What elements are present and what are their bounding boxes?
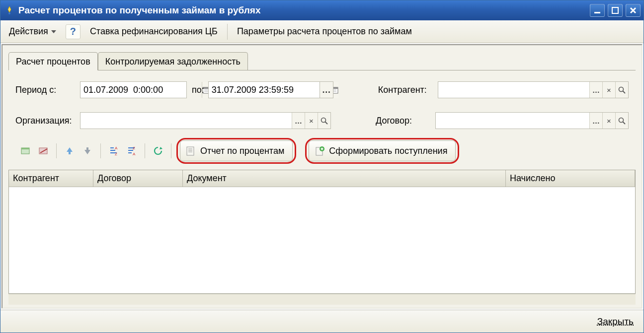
contract-field[interactable]: … × [435,112,629,129]
svg-rect-21 [21,148,29,149]
grid-body[interactable] [9,187,635,293]
generate-receipts-label: Сформировать поступления [329,146,447,156]
select-button[interactable]: … [589,113,602,129]
move-up-icon[interactable] [62,143,78,159]
grid-header: Контрагент Договор Документ Начислено [9,170,635,187]
col-counterparty[interactable]: Контрагент [9,170,93,187]
generate-receipts-button[interactable]: Сформировать поступления [309,140,456,161]
close-link[interactable]: Закрыть [597,316,634,327]
svg-line-17 [325,122,328,124]
org-label: Организация: [15,116,80,126]
org-field[interactable]: … × [80,112,331,129]
window-title: Расчет процентов по полученным займам в … [18,5,590,16]
sort-asc-icon[interactable]: AZ [106,143,122,159]
clear-button[interactable]: × [602,82,615,98]
actions-dropdown[interactable]: Действия [4,24,61,39]
content-area: Расчет процентов Контролируемая задолжен… [1,44,643,309]
app-icon [4,5,14,15]
generate-highlight: Сформировать поступления [305,138,459,164]
tab-bar: Расчет процентов Контролируемая задолжен… [8,52,636,70]
app-window: Расчет процентов по полученным займам в … [0,0,644,333]
tab-controlled[interactable]: Контролируемая задолженность [98,52,248,70]
grid-wrap: Контрагент Договор Документ Начислено [8,170,636,294]
calc-params-button[interactable]: Параметры расчета процентов по займам [233,24,416,39]
svg-point-1 [8,12,10,14]
period-to-label: по: [192,85,204,95]
svg-rect-37 [187,147,194,155]
open-button[interactable] [318,113,330,129]
separator [56,143,57,158]
svg-text:Z: Z [133,146,135,150]
counterparty-field[interactable]: … × [438,81,629,98]
main-toolbar: Действия ? Ставка рефинансирования ЦБ Па… [0,20,644,43]
svg-rect-25 [86,147,88,150]
close-button[interactable] [626,4,641,17]
period-more-button[interactable]: … [320,81,333,98]
period-from-input[interactable] [80,82,202,98]
add-row-icon[interactable] [17,143,33,159]
open-button[interactable] [615,113,628,129]
separator [100,143,101,158]
svg-rect-2 [594,12,600,13]
period-from-field[interactable] [80,81,187,98]
clear-button[interactable]: × [305,113,318,129]
svg-line-15 [623,91,626,93]
period-to-field[interactable] [208,81,320,98]
interest-report-label: Отчет по процентам [200,146,284,156]
period-from-label: Период с: [15,85,80,95]
data-grid[interactable]: Контрагент Договор Документ Начислено [8,170,636,294]
tab-calc[interactable]: Расчет процентов [8,52,98,70]
counterparty-input[interactable] [438,82,589,98]
move-down-icon[interactable] [80,143,95,159]
svg-point-14 [619,87,624,91]
svg-text:A: A [115,146,118,150]
col-contract[interactable]: Договор [93,170,183,187]
refin-rate-button[interactable]: Ставка рефинансирования ЦБ [85,24,222,39]
period-to-input[interactable] [209,82,330,98]
counterparty-label: Контрагент: [378,85,438,95]
open-button[interactable] [615,82,628,98]
org-input[interactable] [80,113,292,129]
col-document[interactable]: Документ [183,170,506,187]
minimize-button[interactable] [590,4,605,17]
status-bar [8,294,636,305]
svg-marker-0 [8,6,11,12]
svg-rect-3 [612,7,618,13]
interest-report-button[interactable]: Отчет по процентам [180,140,293,161]
svg-text:A: A [133,152,136,156]
contract-input[interactable] [436,113,589,129]
report-highlight: Отчет по процентам [176,138,296,164]
clear-button[interactable]: × [602,113,615,129]
svg-line-19 [623,122,626,124]
select-button[interactable]: … [589,82,602,98]
grid-toolbar: AZ ZA Отчет по процентам [15,135,629,167]
select-button[interactable]: … [292,113,305,129]
svg-point-16 [322,118,326,122]
col-accrued[interactable]: Начислено [506,170,635,187]
svg-text:Z: Z [115,152,117,156]
svg-point-18 [619,118,624,122]
sort-desc-icon[interactable]: ZA [124,143,140,159]
help-button[interactable]: ? [66,24,80,39]
svg-rect-24 [69,152,71,154]
svg-marker-36 [160,147,162,149]
maximize-button[interactable] [608,4,623,17]
filter-form: Период с: по: … Контрагент: [8,70,636,170]
contract-label: Договор: [376,116,435,126]
window-controls [590,4,641,17]
toolbar-separator [227,24,228,40]
footer-bar: Закрыть [0,310,644,333]
separator [145,143,145,158]
refresh-icon[interactable] [150,143,166,159]
delete-row-icon[interactable] [35,143,51,159]
titlebar: Расчет процентов по полученным займам в … [0,0,644,20]
separator [171,143,171,158]
